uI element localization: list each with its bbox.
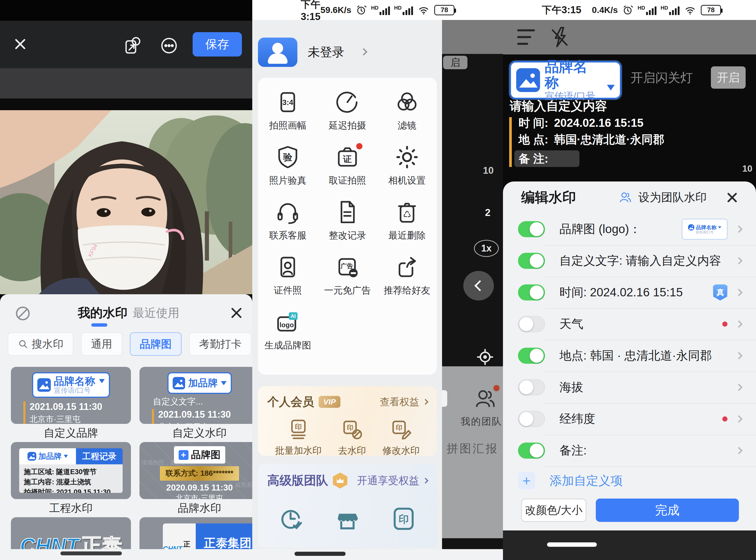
- row-coordinates[interactable]: 经纬度: [503, 403, 756, 435]
- plus-icon: +: [179, 450, 188, 460]
- activate-benefits-link[interactable]: 开通享受权益: [357, 474, 427, 488]
- battery-icon: 78: [434, 5, 455, 15]
- toggle-time[interactable]: [518, 284, 545, 300]
- avatar[interactable]: [258, 38, 297, 67]
- clock-check-icon[interactable]: [278, 505, 305, 532]
- watermark-card-engineering[interactable]: 加品牌 工程记录 施工区域: 隧道E30管节 施工内容: 混凝土浇筑 拍摄时间:…: [11, 442, 131, 499]
- toggle-custom-text[interactable]: [518, 253, 545, 269]
- chip-search-watermark[interactable]: 搜水印: [8, 332, 73, 356]
- store-icon[interactable]: [334, 505, 361, 532]
- menu-item-remove-ads[interactable]: 广告一元免广告: [318, 254, 377, 308]
- zoom-current-button[interactable]: 1x: [474, 240, 499, 257]
- signal-icon: [380, 6, 390, 15]
- chevron-right-icon: [735, 225, 742, 233]
- save-button[interactable]: 保存: [193, 32, 242, 57]
- vip-item-remove-watermark[interactable]: 印去水印: [338, 417, 366, 457]
- menu-item-delay-shoot[interactable]: 延迟拍摄: [318, 89, 377, 144]
- ad-block-icon: 广告: [335, 254, 360, 280]
- chevron-right-icon: [735, 352, 742, 359]
- row-note[interactable]: 备注:: [503, 435, 756, 466]
- brand-watermark-badge[interactable]: 品牌名称 宣传语/口号: [510, 61, 621, 99]
- menu-item-recently-deleted[interactable]: ♺最近删除: [377, 199, 437, 254]
- close-sheet-icon[interactable]: [230, 306, 243, 320]
- collapse-button[interactable]: [463, 271, 494, 300]
- menu-item-filters[interactable]: 滤镜: [377, 89, 437, 144]
- menu-item-camera-settings[interactable]: 相机设置: [377, 144, 437, 199]
- my-team-label[interactable]: 我的团队: [461, 415, 502, 428]
- chip-general[interactable]: 通用: [81, 332, 122, 356]
- close-icon[interactable]: [14, 37, 27, 51]
- menu-item-evidence-photo[interactable]: 证取证拍照: [318, 144, 377, 199]
- menu-item-revision-log[interactable]: 整改记录: [318, 199, 377, 254]
- tab-my-watermarks[interactable]: 我的水印: [78, 305, 127, 321]
- my-team-icon[interactable]: [473, 386, 498, 412]
- export-icon[interactable]: [121, 35, 142, 56]
- row-altitude[interactable]: 海拔: [503, 372, 756, 403]
- toggle-location[interactable]: [518, 348, 545, 364]
- menu-item-id-photo[interactable]: 证件照: [258, 254, 318, 308]
- watermark-card-custom-watermark[interactable]: 加品牌 自定义文字... 2021.09.15 11:30 北京市·三里屯: [139, 367, 252, 424]
- camera-strip: 启 10 2 1x 我的团队 拼图汇报: [442, 20, 503, 549]
- row-custom-text[interactable]: 自定义文字: 请输入自定义内容: [503, 245, 756, 277]
- vip-item-batch-watermark[interactable]: 印批量加水印: [275, 417, 322, 457]
- flash-off-icon[interactable]: [548, 25, 572, 49]
- toggle-brand-logo[interactable]: [518, 221, 545, 237]
- flash-toggle-partial[interactable]: 启: [443, 56, 467, 69]
- watermark-card-brand[interactable]: 现场拍照，盗图必究 盗图必究 + 品牌图 联系方式: 186******* 20…: [139, 442, 252, 499]
- home-indicator[interactable]: [60, 552, 122, 555]
- done-button[interactable]: 完成: [596, 499, 739, 522]
- set-team-watermark-link[interactable]: 设为团队水印: [638, 190, 707, 205]
- brand-badge: 加品牌: [167, 372, 232, 394]
- change-color-size-button[interactable]: 改颜色/大小: [521, 499, 586, 522]
- gold-contact-ribbon: 联系方式: 186*******: [160, 466, 239, 481]
- toggle-note[interactable]: [518, 443, 545, 459]
- svg-text:AI: AI: [291, 313, 296, 319]
- row-weather[interactable]: 天气: [503, 308, 756, 340]
- bottom-strip: [252, 549, 503, 560]
- tab-recently-used[interactable]: 最近使用: [133, 305, 179, 321]
- dropdown-caret-icon: [99, 379, 105, 383]
- login-status[interactable]: 未登录: [308, 44, 344, 60]
- add-custom-item-row[interactable]: + 添加自定义项: [503, 466, 756, 495]
- menu-item-recommend-friends[interactable]: 推荐给好友: [377, 254, 437, 308]
- home-indicator[interactable]: [295, 552, 345, 556]
- flash-hint-label: 开启闪关灯: [631, 69, 693, 86]
- custom-content-placeholder[interactable]: 请输入自定义内容: [510, 98, 607, 114]
- bottom-strip: [503, 531, 756, 560]
- brand-preview-badge: 品牌名称 宣传语/口号: [682, 219, 728, 240]
- photo-selfie-with-mask: KF94: [0, 110, 252, 294]
- ai-logo-icon: logoAI: [275, 309, 301, 335]
- row-time[interactable]: 时间: 2024.02.16 15:15 真: [503, 277, 756, 308]
- more-options-icon[interactable]: [159, 35, 179, 56]
- zoom-level-2[interactable]: 2: [485, 207, 491, 218]
- document-icon: [335, 199, 360, 225]
- watermark-card-custom-brand[interactable]: 品牌名称 宣传语/口号 2021.09.15 11:30 北京市·三里屯: [11, 367, 131, 424]
- menu-lines-icon[interactable]: [517, 29, 535, 45]
- menu-item-contact-support[interactable]: 联系客服: [258, 199, 318, 254]
- toggle-coordinates[interactable]: [518, 411, 545, 427]
- toggle-weather[interactable]: [518, 316, 545, 332]
- team-people-icon: [618, 190, 633, 205]
- no-watermark-icon[interactable]: [14, 304, 32, 323]
- home-indicator[interactable]: [547, 542, 597, 547]
- menu-item-frame-ratio[interactable]: 3:4拍照画幅: [258, 89, 318, 144]
- chip-attendance[interactable]: 考勤打卡: [189, 332, 252, 356]
- row-location[interactable]: 地点: 韩国 · 忠清北道·永同郡: [503, 340, 756, 372]
- camera-bottom-overlay: 我的团队 拼图汇报: [442, 366, 503, 538]
- menu-item-generate-brand-logo[interactable]: logoAI生成品牌图: [258, 308, 318, 363]
- menu-item-photo-verify[interactable]: 验照片验真: [258, 144, 318, 199]
- stamp-icon[interactable]: 印: [390, 505, 417, 532]
- batch-stamp-icon: 印: [286, 417, 310, 441]
- toggle-altitude[interactable]: [518, 379, 545, 395]
- locate-icon[interactable]: [475, 347, 495, 367]
- vip-item-edit-watermark[interactable]: 印修改水印: [382, 417, 420, 457]
- battery-icon: 78: [701, 5, 721, 15]
- collage-report-label[interactable]: 拼图汇报: [447, 441, 499, 456]
- chip-brand-image[interactable]: 品牌图: [130, 332, 181, 356]
- zoom-level-10[interactable]: 10: [483, 165, 494, 176]
- row-brand-logo[interactable]: 品牌图 (logo)： 品牌名称 宣传语/口号: [503, 213, 756, 245]
- view-benefits-link[interactable]: 查看权益: [380, 395, 427, 408]
- close-panel-icon[interactable]: [726, 191, 738, 204]
- flash-enable-button[interactable]: 开启: [711, 66, 745, 89]
- note-field[interactable]: 备 注:: [514, 151, 579, 167]
